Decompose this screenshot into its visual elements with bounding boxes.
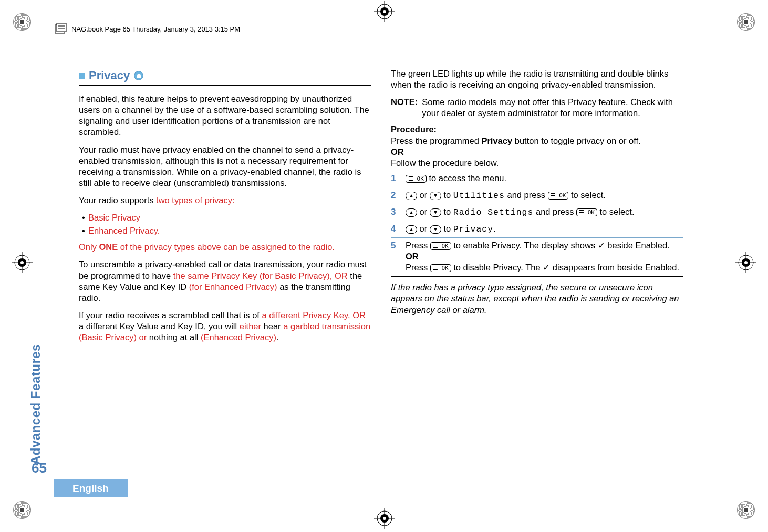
print-target-left — [12, 252, 33, 275]
print-mark-top-left — [9, 9, 35, 35]
proc-a: Press the programmed — [391, 136, 481, 145]
s5-e: disappears from beside Enabled. — [550, 263, 679, 272]
led-paragraph: The green LED lights up while the radio … — [391, 68, 683, 90]
svg-point-9 — [744, 261, 748, 264]
print-mark-top-right — [733, 9, 759, 35]
note-block: NOTE: Some radio models may not offer th… — [391, 97, 683, 119]
intro-paragraph-3: Your radio supports two types of privacy… — [79, 195, 371, 206]
note-label: NOTE: — [391, 97, 418, 119]
or-label: OR — [391, 147, 683, 158]
procedure-steps: 1 ☰ OK to access the menu. 2 ▴ or ▾ to U… — [391, 171, 683, 277]
p3-a: Your radio supports — [79, 195, 156, 205]
running-header: NAG.book Page 65 Thursday, January 3, 20… — [71, 25, 240, 33]
p6-c: a different Key Value and Key ID, you wi… — [79, 321, 240, 331]
section-title: Privacy — [89, 68, 130, 83]
p6-a: If your radio receives a scrambled call … — [79, 310, 262, 320]
print-mark-bottom-right — [733, 497, 759, 523]
s4-menu: Privacy — [453, 224, 493, 234]
list-item: Basic Privacy — [82, 212, 371, 223]
procedure-heading: Procedure: — [391, 124, 683, 135]
section-bullet-icon — [79, 73, 85, 79]
step-number: 4 — [391, 223, 398, 235]
step-body: ▴ or ▾ to Utilities and press ☰ OK to se… — [406, 190, 683, 201]
proc-b: Privacy — [481, 136, 512, 145]
s4-period: . — [493, 224, 496, 233]
s3-fin: to select. — [597, 207, 635, 216]
s2-fin: to select. — [568, 190, 606, 200]
p6-g: nothing at all — [149, 332, 201, 342]
ok-key-icon: ☰ OK — [576, 208, 597, 216]
list-item: Enhanced Privacy. — [82, 225, 371, 236]
procedure-intro: Press the programmed Privacy button to t… — [391, 135, 683, 147]
step-number: 3 — [391, 206, 398, 218]
page-number: 65 — [32, 460, 47, 476]
step-3: 3 ▴ or ▾ to Radio Settings and press ☰ O… — [391, 204, 683, 221]
note-text: Some radio models may not offer this Pri… — [422, 97, 683, 119]
ok-key-icon: ☰ OK — [430, 264, 451, 272]
step-2: 2 ▴ or ▾ to Utilities and press ☰ OK to … — [391, 187, 683, 204]
s5-a2: Press — [406, 263, 430, 272]
svg-rect-21 — [57, 23, 66, 32]
p6-d: either — [240, 321, 264, 331]
s2-mid: to — [441, 190, 453, 200]
procedure-follow: Follow the procedure below. — [391, 158, 683, 169]
proc-c: button to toggle privacy on or off. — [512, 136, 641, 145]
ok-key-icon: ☰ OK — [548, 192, 569, 200]
p5-b: the same Privacy Key (for Basic Privacy)… — [173, 271, 350, 280]
p4-b: ONE — [99, 242, 118, 252]
s4-mid: to — [441, 224, 453, 233]
down-key-icon: ▾ — [430, 208, 441, 217]
s5-a: Press — [406, 241, 430, 250]
step-1: 1 ☰ OK to access the menu. — [391, 171, 683, 187]
p3-b: two types of privacy: — [156, 195, 234, 205]
down-key-icon: ▾ — [430, 225, 441, 234]
p4-a: Only — [79, 242, 99, 252]
down-key-icon: ▾ — [430, 192, 441, 200]
language-box: English — [54, 479, 128, 497]
step-number: 5 — [391, 240, 398, 273]
or-word: or — [417, 190, 430, 200]
step-4: 4 ▴ or ▾ to Privacy. — [391, 221, 683, 238]
s5-d: to disable Privacy. The — [451, 263, 543, 272]
privacy-type-list: Basic Privacy Enhanced Privacy. — [82, 212, 371, 236]
bullet-basic: Basic Privacy — [88, 213, 140, 222]
or-word: or — [417, 224, 430, 233]
s2-menu: Utilities — [453, 191, 505, 201]
one-type-note: Only ONE of the privacy types above can … — [79, 242, 371, 253]
s3-mid: to — [441, 207, 453, 216]
book-binding-icon — [54, 22, 67, 38]
step-body: ▴ or ▾ to Privacy. — [406, 223, 683, 235]
or-word: or — [417, 207, 430, 216]
svg-point-19 — [383, 517, 386, 520]
bullet-enhanced: Enhanced Privacy. — [88, 226, 160, 235]
print-mark-bottom-left — [9, 497, 35, 523]
check-icon: ✓ — [543, 263, 550, 272]
right-column: The green LED lights up while the radio … — [391, 68, 683, 389]
step-body: Press ☰ OK to enable Privacy. The displa… — [406, 240, 683, 273]
intro-paragraph-1: If enabled, this feature helps to preven… — [79, 93, 371, 138]
s3-end: and press — [533, 207, 576, 216]
step-number: 2 — [391, 190, 398, 201]
side-tab-label: Advanced Features — [28, 344, 43, 465]
ok-key-icon: ☰ OK — [430, 242, 451, 250]
s5-c: beside Enabled. — [605, 241, 670, 250]
p5-d: (for Enhanced Privacy) — [189, 282, 279, 291]
p6-b: a different Privacy Key, OR — [262, 310, 365, 320]
print-target-bottom — [374, 508, 395, 531]
section-heading: Privacy — [79, 68, 371, 83]
content-area: Privacy If enabled, this feature helps t… — [79, 68, 683, 389]
step-number: 1 — [391, 173, 398, 184]
step-5: 5 Press ☰ OK to enable Privacy. The disp… — [391, 238, 683, 277]
up-key-icon: ▴ — [406, 192, 417, 200]
ok-key-icon: ☰ OK — [406, 175, 427, 183]
up-key-icon: ▴ — [406, 225, 417, 234]
s1-text: to access the menu. — [427, 173, 506, 183]
p4-c: of the privacy types above can be assign… — [118, 242, 335, 252]
p6-h: (Enhanced Privacy) — [201, 332, 276, 342]
italic-footer-note: If the radio has a privacy type assigned… — [391, 282, 683, 315]
svg-point-4 — [20, 261, 24, 264]
step-body: ☰ OK to access the menu. — [406, 173, 683, 184]
section-rule — [79, 85, 371, 86]
svg-point-14 — [383, 10, 386, 13]
s2-end: and press — [505, 190, 548, 200]
